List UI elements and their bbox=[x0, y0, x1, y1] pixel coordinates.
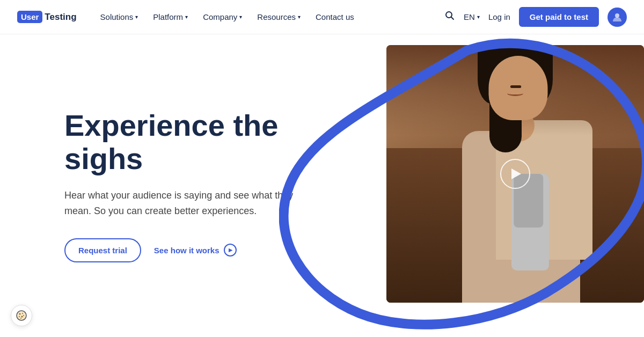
language-selector[interactable]: EN ▾ bbox=[464, 12, 480, 21]
svg-point-8 bbox=[23, 315, 24, 316]
resources-chevron-icon: ▾ bbox=[298, 14, 301, 20]
avatar[interactable] bbox=[608, 8, 627, 27]
hero-text: Experience the sighs Hear what your audi… bbox=[64, 109, 343, 262]
nav-links: Solutions ▾ Platform ▾ Company ▾ Resourc… bbox=[94, 8, 445, 26]
svg-line-1 bbox=[451, 17, 454, 20]
login-link[interactable]: Log in bbox=[488, 12, 510, 21]
nav-right: EN ▾ Log in Get paid to test bbox=[444, 7, 627, 27]
svg-point-5 bbox=[22, 313, 23, 314]
cookie-consent-button[interactable] bbox=[11, 305, 32, 326]
hero-title: Experience the sighs bbox=[64, 109, 343, 175]
lang-chevron-icon: ▾ bbox=[477, 14, 480, 20]
platform-chevron-icon: ▾ bbox=[185, 14, 188, 20]
nav-platform[interactable]: Platform ▾ bbox=[147, 8, 194, 26]
request-trial-button[interactable]: Request trial bbox=[64, 238, 141, 262]
logo-user: User bbox=[17, 11, 42, 23]
search-icon[interactable] bbox=[444, 10, 455, 24]
nav-solutions[interactable]: Solutions ▾ bbox=[94, 8, 145, 26]
navbar: User Testing Solutions ▾ Platform ▾ Comp… bbox=[0, 0, 644, 34]
svg-point-6 bbox=[19, 316, 20, 317]
company-chevron-icon: ▾ bbox=[239, 14, 242, 20]
hero-actions: Request trial See how it works ▶ bbox=[64, 238, 343, 262]
hero-media bbox=[343, 34, 644, 337]
hero-section: Experience the sighs Hear what your audi… bbox=[0, 34, 644, 337]
solutions-chevron-icon: ▾ bbox=[135, 14, 138, 20]
get-paid-button[interactable]: Get paid to test bbox=[519, 7, 599, 27]
see-how-it-works-link[interactable]: See how it works ▶ bbox=[154, 244, 237, 257]
logo-testing: Testing bbox=[45, 12, 76, 23]
svg-point-2 bbox=[615, 13, 619, 18]
hero-video-thumbnail[interactable] bbox=[386, 45, 644, 303]
svg-point-3 bbox=[17, 311, 26, 320]
nav-company[interactable]: Company ▾ bbox=[196, 8, 248, 26]
nav-resources[interactable]: Resources ▾ bbox=[251, 8, 307, 26]
svg-point-7 bbox=[21, 316, 23, 318]
play-circle-icon: ▶ bbox=[224, 244, 237, 257]
nav-contact[interactable]: Contact us bbox=[309, 8, 361, 26]
video-play-button[interactable] bbox=[500, 159, 530, 189]
svg-point-9 bbox=[20, 318, 21, 319]
hero-subtitle: Hear what your audience is saying and se… bbox=[64, 188, 301, 219]
play-triangle-icon bbox=[511, 169, 521, 179]
svg-point-4 bbox=[19, 313, 21, 315]
logo[interactable]: User Testing bbox=[17, 11, 77, 23]
